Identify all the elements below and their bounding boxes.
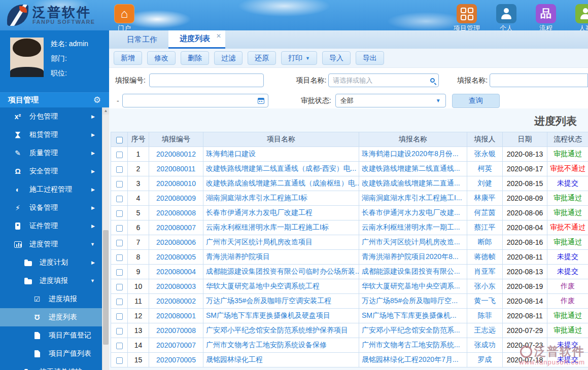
- project-name-link[interactable]: 成都能源建设集团投资有限公司临时办公场所装...: [206, 267, 359, 275]
- report-code-link[interactable]: 2020080006: [156, 238, 196, 246]
- tab-进度列表[interactable]: 进度列表✕: [168, 30, 225, 49]
- report-code-link[interactable]: 2020070008: [156, 326, 196, 335]
- sidebar-item-设备管理[interactable]: ⚡设备管理▶: [0, 199, 102, 217]
- 还原-button[interactable]: 还原: [248, 51, 276, 65]
- sidebar-item-进度填报[interactable]: 进度填报▼: [0, 272, 102, 290]
- report-code-link[interactable]: 2020080009: [156, 194, 196, 202]
- calendar-icon[interactable]: [258, 98, 264, 104]
- report-name-link[interactable]: 青海洪湖养护院项目2020年8...: [362, 252, 459, 261]
- report-name-link[interactable]: 湖南洞庭湖水库引水工程施工I...: [362, 194, 462, 202]
- row-checkbox[interactable]: [116, 357, 123, 364]
- row-checkbox[interactable]: [116, 152, 123, 158]
- project-name-link[interactable]: 珠海鹤港口建设: [206, 150, 256, 158]
- tab-日常工作[interactable]: 日常工作: [116, 30, 168, 49]
- scroll-up-icon[interactable]: ▲: [102, 107, 109, 115]
- sidebar-item-分包管理[interactable]: x²分包管理▶: [0, 107, 102, 126]
- report-name-link[interactable]: 华软大厦研究基地中央空调系...: [362, 282, 460, 290]
- row-checkbox[interactable]: [116, 225, 123, 232]
- report-code-link[interactable]: 2020070007: [156, 341, 196, 349]
- report-code-link[interactable]: 2020080007: [156, 224, 196, 232]
- 过滤-button[interactable]: 过滤: [214, 51, 243, 65]
- project-name-link[interactable]: 湖南洞庭湖水库引水工程施工I标: [206, 194, 307, 202]
- report-no-input[interactable]: [149, 73, 263, 87]
- person-link[interactable]: 何芷茵: [474, 208, 496, 216]
- report-name-link[interactable]: 成都能源建设集团投资有限公...: [362, 267, 460, 275]
- sidebar-item-施工清单维护[interactable]: 施工清单维护▶: [0, 363, 102, 370]
- person-link[interactable]: 王志远: [474, 326, 496, 334]
- report-code-link[interactable]: 2020080011: [157, 165, 196, 173]
- top-nav-item-3[interactable]: 品流程: [531, 4, 561, 33]
- select-all-checkbox[interactable]: [116, 137, 123, 143]
- 删除-button[interactable]: 删除: [181, 51, 209, 65]
- row-checkbox[interactable]: [116, 313, 123, 320]
- sidebar-item-进度列表[interactable]: Ʊ进度列表: [0, 308, 109, 326]
- person-link[interactable]: 罗成: [478, 355, 492, 363]
- query-button[interactable]: 查询: [452, 94, 500, 108]
- person-link[interactable]: 蔡江平: [474, 223, 496, 231]
- top-nav-item-1[interactable]: 项目管理: [452, 4, 481, 33]
- project-name-link[interactable]: 华软大厦研究基地中央空调系统工程: [206, 282, 320, 290]
- row-checkbox[interactable]: [116, 328, 123, 335]
- sidebar-item-租赁管理[interactable]: 租赁管理▶: [0, 126, 102, 144]
- report-code-link[interactable]: 2020080008: [156, 209, 196, 217]
- 新增-button[interactable]: 新增: [114, 51, 142, 65]
- sidebar-item-进度填报[interactable]: ☑进度填报: [0, 290, 102, 308]
- project-name-link[interactable]: 长春市伊通河水力发电厂改建工程: [206, 208, 313, 216]
- project-name-input[interactable]: [328, 73, 439, 87]
- report-name-link[interactable]: 广安邓小平纪念馆安全防范系...: [362, 326, 460, 334]
- sidebar-section-header[interactable]: 项目管理 ⚙: [0, 92, 109, 107]
- person-link[interactable]: 黄一飞: [474, 297, 496, 305]
- row-checkbox[interactable]: [116, 240, 123, 246]
- row-checkbox[interactable]: [116, 254, 123, 261]
- project-name-link[interactable]: 广安邓小平纪念馆安全防范系统维护保养项目: [206, 326, 348, 334]
- row-checkbox[interactable]: [116, 166, 123, 173]
- project-name-link[interactable]: 广州市文物考古工地安防系统设备保修: [206, 341, 327, 349]
- report-code-link[interactable]: 2020080004: [156, 268, 196, 276]
- 导出-button[interactable]: 导出: [356, 51, 384, 65]
- row-checkbox[interactable]: [116, 210, 123, 217]
- sidebar-item-进度管理[interactable]: 进度管理▼: [0, 235, 102, 253]
- scrollbar-thumb[interactable]: [103, 230, 109, 345]
- report-name-link[interactable]: SM广场地下车库更换摄像机...: [362, 311, 457, 319]
- sidebar-item-项目产值登记[interactable]: 项目产值登记: [0, 326, 102, 345]
- report-code-link[interactable]: 2020080001: [156, 312, 196, 320]
- report-name-link[interactable]: 云南水利枢纽潜明水库一期工...: [362, 223, 460, 231]
- project-name-link[interactable]: 广州市天河区统计局机房改造项目: [206, 238, 313, 246]
- report-name-link[interactable]: 晟铭园林绿化工程2020年7月...: [362, 355, 459, 363]
- report-name-link[interactable]: 广州市文物考古工地安防系统...: [362, 341, 460, 349]
- date-to-input[interactable]: [122, 94, 268, 107]
- top-nav-item-2[interactable]: 个人: [492, 4, 521, 33]
- project-name-link[interactable]: 青海洪湖养护院项目: [206, 252, 270, 261]
- row-checkbox[interactable]: [116, 196, 123, 202]
- person-link[interactable]: 张成功: [474, 341, 496, 349]
- top-nav-item-4[interactable]: 人事: [571, 4, 588, 33]
- person-link[interactable]: 刘健: [478, 179, 492, 187]
- sidebar-item-进度计划[interactable]: 进度计划▶: [0, 253, 102, 272]
- report-name-link[interactable]: 广州市天河区统计局机房改造...: [362, 238, 460, 246]
- 打印-button[interactable]: 打印▼: [281, 51, 317, 65]
- report-name-link[interactable]: 改建铁路成渝线增建第二直通...: [362, 179, 460, 187]
- person-link[interactable]: 张永银: [474, 150, 496, 158]
- row-checkbox[interactable]: [116, 181, 123, 188]
- report-code-link[interactable]: 2020080003: [156, 282, 196, 290]
- report-name-link[interactable]: 改建铁路线增建第二线直通线...: [362, 164, 460, 172]
- project-name-link[interactable]: 云南水利枢纽潜明水库一期工程施工I标: [206, 223, 329, 231]
- portal-nav-item[interactable]: ⌂ 门户: [113, 4, 136, 33]
- report-name-link[interactable]: 万达广场85#会所及咖啡厅空...: [362, 297, 458, 305]
- project-name-link[interactable]: 万达广场35#会所及咖啡厅空调安装工程: [206, 297, 331, 305]
- sidebar-item-安全管理[interactable]: Ω安全管理▶: [0, 162, 102, 180]
- sidebar-item-项目产值列表[interactable]: 项目产值列表: [0, 345, 102, 363]
- 修改-button[interactable]: 修改: [147, 51, 176, 65]
- person-link[interactable]: 肖亚军: [474, 267, 496, 275]
- row-checkbox[interactable]: [116, 343, 123, 349]
- sidebar-item-质量管理[interactable]: ✎质量管理▶: [0, 144, 102, 162]
- gear-icon[interactable]: ⚙: [93, 95, 101, 105]
- report-name-link[interactable]: 长春市伊通河水力发电厂改建...: [362, 208, 460, 216]
- project-name-link[interactable]: 改建铁路成渝线增建第二直通线（成渝枢纽）电...: [206, 179, 359, 187]
- project-name-link[interactable]: 晟铭园林绿化工程: [206, 355, 263, 363]
- project-name-link[interactable]: SM广场地下车库更换摄像机及硬盘项目: [206, 311, 330, 319]
- report-code-link[interactable]: 2020070005: [156, 356, 196, 364]
- row-checkbox[interactable]: [116, 284, 123, 290]
- approval-status-select[interactable]: 全部 ▼: [335, 94, 446, 107]
- person-link[interactable]: 林康平: [474, 194, 496, 202]
